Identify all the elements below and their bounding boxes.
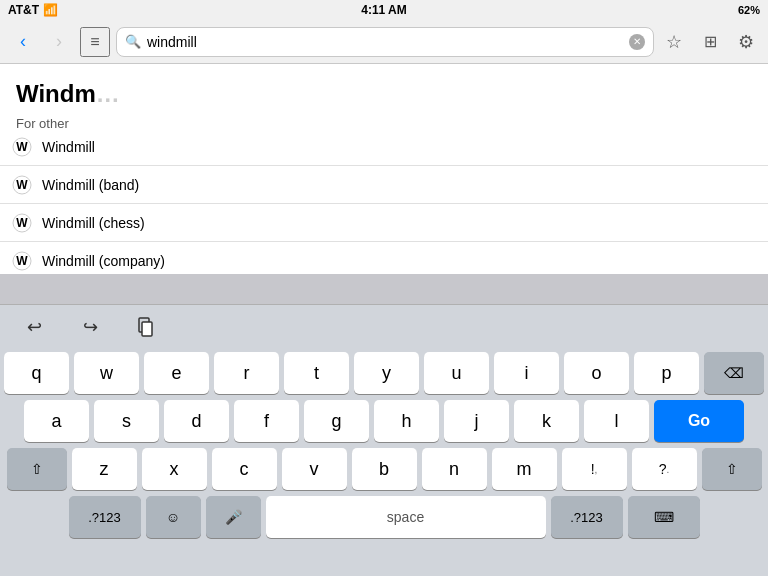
status-bar: AT&T 📶 4:11 AM 62%: [0, 0, 768, 20]
svg-text:W: W: [16, 254, 28, 268]
key-row-2: a s d f g h j k l Go: [4, 400, 764, 442]
key-h[interactable]: h: [374, 400, 439, 442]
autocomplete-text-2: Windmill (chess): [42, 215, 145, 231]
emoji-key[interactable]: ☺: [146, 496, 201, 538]
key-i[interactable]: i: [494, 352, 559, 394]
key-row-1: q w e r t y u i o p ⌫: [4, 352, 764, 394]
key-n[interactable]: n: [422, 448, 487, 490]
search-bar[interactable]: 🔍 windmill ✕: [116, 27, 654, 57]
undo-button[interactable]: ↩: [16, 309, 52, 345]
autocomplete-item-2[interactable]: W Windmill (chess): [0, 204, 768, 242]
shift-key[interactable]: ⇧: [7, 448, 67, 490]
key-d[interactable]: d: [164, 400, 229, 442]
keyboard-toolbar: ↩ ↪: [0, 304, 768, 348]
battery-text: 62%: [738, 4, 760, 16]
browser-bar: ‹ › ≡ 🔍 windmill ✕ ☆ ⊞ ⚙: [0, 20, 768, 64]
wiki-logo-2: W: [12, 213, 32, 233]
shift-key-right[interactable]: ⇧: [702, 448, 762, 490]
paste-button[interactable]: [128, 309, 164, 345]
bookmark-button[interactable]: ☆: [660, 28, 688, 56]
key-x[interactable]: x: [142, 448, 207, 490]
back-button[interactable]: ‹: [8, 27, 38, 57]
keyboard-key[interactable]: ⌨: [628, 496, 700, 538]
settings-button[interactable]: ⚙: [732, 28, 760, 56]
key-o[interactable]: o: [564, 352, 629, 394]
key-s[interactable]: s: [94, 400, 159, 442]
key-k[interactable]: k: [514, 400, 579, 442]
menu-button[interactable]: ≡: [80, 27, 110, 57]
space-key[interactable]: space: [266, 496, 546, 538]
autocomplete-text-0: Windmill: [42, 139, 95, 155]
key-row-4: .?123 ☺ 🎤 space .?123 ⌨: [4, 496, 764, 538]
search-input[interactable]: windmill: [147, 34, 623, 50]
key-g[interactable]: g: [304, 400, 369, 442]
key-e[interactable]: e: [144, 352, 209, 394]
search-clear-button[interactable]: ✕: [629, 34, 645, 50]
status-right: 62%: [738, 4, 760, 16]
mic-key[interactable]: 🎤: [206, 496, 261, 538]
key-u[interactable]: u: [424, 352, 489, 394]
wiki-logo-3: W: [12, 251, 32, 271]
autocomplete-text-3: Windmill (company): [42, 253, 165, 269]
keyboard: ↩ ↪ q w e r t y u i o p ⌫ a s d f g h: [0, 304, 768, 576]
key-question[interactable]: ?.: [632, 448, 697, 490]
delete-key[interactable]: ⌫: [704, 352, 764, 394]
key-j[interactable]: j: [444, 400, 509, 442]
key-q[interactable]: q: [4, 352, 69, 394]
status-time: 4:11 AM: [361, 3, 407, 17]
autocomplete-dropdown: W Windmill W Windmill (band) W Windmill: [0, 128, 768, 274]
key-r[interactable]: r: [214, 352, 279, 394]
key-c[interactable]: c: [212, 448, 277, 490]
key-m[interactable]: m: [492, 448, 557, 490]
svg-text:W: W: [16, 140, 28, 154]
wiki-logo-0: W: [12, 137, 32, 157]
key-z[interactable]: z: [72, 448, 137, 490]
key-y[interactable]: y: [354, 352, 419, 394]
key-v[interactable]: v: [282, 448, 347, 490]
key-exclaim[interactable]: !,: [562, 448, 627, 490]
autocomplete-item-3[interactable]: W Windmill (company): [0, 242, 768, 274]
wifi-icon: 📶: [43, 3, 58, 17]
key-f[interactable]: f: [234, 400, 299, 442]
content-area: Windm… For other A windmill is vanes cal…: [0, 64, 768, 274]
numbers-key[interactable]: .?123: [69, 496, 141, 538]
forward-button[interactable]: ›: [44, 27, 74, 57]
intl-key[interactable]: .?123: [551, 496, 623, 538]
browser-actions: ☆ ⊞ ⚙: [660, 28, 760, 56]
svg-text:W: W: [16, 216, 28, 230]
key-t[interactable]: t: [284, 352, 349, 394]
wiki-page-title: Windm…: [16, 76, 752, 112]
key-p[interactable]: p: [634, 352, 699, 394]
redo-button[interactable]: ↪: [72, 309, 108, 345]
key-a[interactable]: a: [24, 400, 89, 442]
key-row-3: ⇧ z x c v b n m !, ?. ⇧: [4, 448, 764, 490]
key-w[interactable]: w: [74, 352, 139, 394]
key-l[interactable]: l: [584, 400, 649, 442]
autocomplete-item-1[interactable]: W Windmill (band): [0, 166, 768, 204]
autocomplete-text-1: Windmill (band): [42, 177, 139, 193]
key-b[interactable]: b: [352, 448, 417, 490]
search-icon: 🔍: [125, 34, 141, 49]
autocomplete-item-0[interactable]: W Windmill: [0, 128, 768, 166]
go-button[interactable]: Go: [654, 400, 744, 442]
reading-list-button[interactable]: ⊞: [696, 28, 724, 56]
key-rows: q w e r t y u i o p ⌫ a s d f g h j k l …: [0, 348, 768, 538]
svg-rect-30: [142, 322, 152, 336]
carrier-text: AT&T: [8, 3, 39, 17]
wiki-logo-1: W: [12, 175, 32, 195]
svg-text:W: W: [16, 178, 28, 192]
status-left: AT&T 📶: [8, 3, 58, 17]
